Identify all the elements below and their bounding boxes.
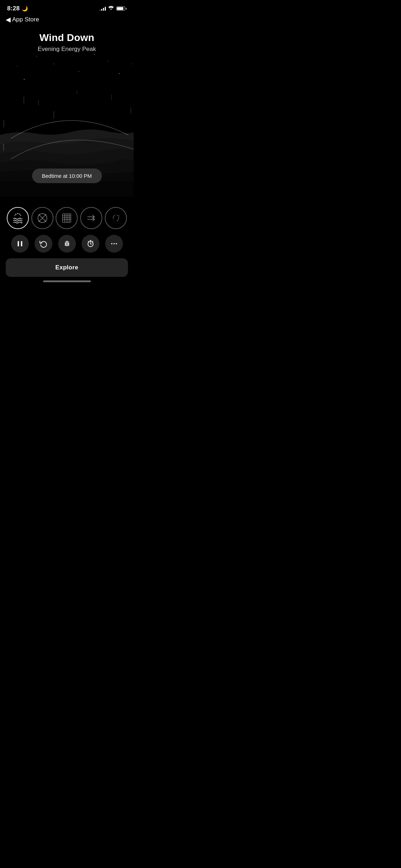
moon-sound-button[interactable] (105, 207, 127, 229)
title-section: Wind Down Evening Energy Peak (0, 26, 134, 53)
signal-bar-4 (105, 7, 106, 11)
page-subtitle: Evening Energy Peak (7, 46, 127, 53)
sound-type-row[interactable] (0, 200, 134, 233)
battery-icon (116, 6, 127, 11)
more-button[interactable] (105, 235, 123, 253)
back-label: App Store (12, 16, 39, 23)
control-row[interactable] (0, 233, 134, 258)
svg-point-22 (20, 215, 21, 216)
back-arrow-icon: ◀ (6, 16, 11, 24)
time-display: 8:28 🌙 (7, 5, 28, 12)
timer-button[interactable] (82, 235, 99, 253)
svg-point-18 (16, 214, 17, 215)
svg-point-40 (118, 218, 119, 219)
home-indicator (43, 280, 91, 282)
status-bar: 8:28 🌙 (0, 0, 134, 14)
airplay-button[interactable] (58, 235, 76, 253)
svg-point-42 (119, 215, 119, 216)
time: 8:28 (7, 5, 20, 12)
svg-point-38 (117, 215, 118, 216)
status-indicators (99, 6, 127, 11)
back-navigation[interactable]: ◀ App Store (0, 14, 134, 26)
page-title: Wind Down (7, 32, 127, 43)
grid-sound-button[interactable] (56, 207, 78, 229)
refresh-button[interactable] (35, 235, 52, 253)
pause-button[interactable] (11, 235, 29, 253)
svg-point-21 (15, 215, 15, 216)
svg-point-48 (111, 243, 112, 244)
svg-point-20 (19, 214, 20, 215)
arrows-sound-button[interactable] (80, 207, 102, 229)
moon-icon: 🌙 (22, 6, 28, 11)
bedtime-label: Bedtime at 10:00 PM (32, 169, 102, 183)
svg-point-49 (113, 243, 115, 244)
svg-point-19 (17, 213, 19, 214)
wifi-icon (108, 6, 114, 11)
svg-point-39 (118, 217, 119, 218)
signal-bar-3 (103, 8, 104, 11)
signal-bar-2 (101, 9, 102, 11)
ocean-sound-button[interactable] (7, 207, 29, 229)
signal-icon (99, 6, 106, 11)
svg-point-41 (117, 220, 118, 221)
svg-rect-43 (17, 241, 19, 247)
signal-bar-1 (99, 10, 101, 11)
svg-point-45 (66, 242, 68, 244)
svg-rect-44 (21, 241, 22, 247)
svg-point-50 (115, 243, 117, 244)
bottom-controls: Explore (0, 200, 134, 289)
explore-button[interactable]: Explore (6, 258, 128, 277)
wind-sound-button[interactable] (31, 207, 53, 229)
